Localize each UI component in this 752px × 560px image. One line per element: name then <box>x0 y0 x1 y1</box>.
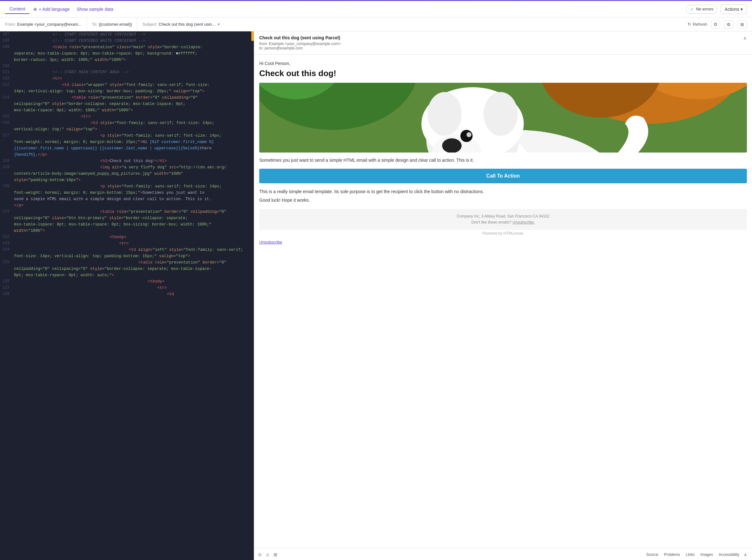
to-field[interactable]: To: {{customer.email}} <box>87 17 137 31</box>
code-line: 122 <tbody> <box>0 234 254 240</box>
line-content: <img alt="a very fluffy dog" src="http:/… <box>15 164 251 171</box>
cta-button[interactable]: Call To Action <box>259 169 747 183</box>
chevron-down-icon: ▾ <box>740 7 743 12</box>
add-language-button[interactable]: ⊕ + Add language <box>30 5 73 14</box>
tab-problems[interactable]: Problems <box>661 551 683 558</box>
line-content: content/article-body-image/samoyed_puppy… <box>14 171 251 177</box>
location-icon[interactable]: ⊙ <box>258 552 262 557</box>
dog-image-container <box>259 83 747 153</box>
preview-subject: Check out this dog (sent using Parcel) <box>259 35 743 40</box>
line-content: <tbody> <box>15 278 251 285</box>
line-content: <!-- START CENTERED WHITE CONTAINER --> <box>15 32 251 38</box>
code-line: 108 <!-- START CENTERED WHITE CONTAINER … <box>0 38 254 44</box>
actions-button[interactable]: Actions ▾ <box>720 4 747 14</box>
line-number <box>2 189 14 196</box>
top-navigation: Content ⊕ + Add language Show sample dat… <box>0 1 752 17</box>
line-content: font-weight: normal; margin: 0; margin-b… <box>14 189 251 196</box>
line-number: 113 <box>2 82 15 88</box>
code-line: </p> <box>0 202 254 209</box>
line-number <box>2 196 14 202</box>
nav-right-actions: ✓ No errors Actions ▾ <box>686 4 747 14</box>
code-line: 115 <tr> <box>0 114 254 120</box>
line-number: 122 <box>2 234 15 240</box>
code-lines: 107 <!-- START CENTERED WHITE CONTAINER … <box>0 32 254 297</box>
tab-accessibility[interactable]: Accessibility <box>716 551 742 558</box>
line-number: 114 <box>2 95 15 101</box>
line-content: <td <box>15 291 251 297</box>
code-line: {%endif%},</p> <box>0 152 254 158</box>
code-line: 127 <tr> <box>0 285 254 291</box>
subject-field[interactable]: Subject: Check out this dog (sent usin..… <box>137 17 225 31</box>
svg-point-11 <box>427 92 462 136</box>
line-number <box>2 228 14 234</box>
tab-source[interactable]: Source <box>644 551 661 558</box>
powered-by: Powered by HTMLemail. <box>259 231 747 236</box>
line-number <box>2 88 14 95</box>
plus-circle-icon: ⊕ <box>33 7 37 12</box>
line-content: <tr> <box>15 76 251 82</box>
preview-header-info: Check out this dog (sent using Parcel) f… <box>259 35 743 51</box>
email-greeting: Hi Cool Person, <box>259 61 747 66</box>
code-line: 116 <td style="font-family: sans-serif; … <box>0 120 254 126</box>
code-line: 128 <td <box>0 291 254 297</box>
preview-footer: ⊙ ⚠ ⊞ Source Problems Links Images Acces… <box>254 548 752 560</box>
line-content: <table role="presentation" border="0" ce… <box>15 95 251 101</box>
code-line: font-size: 14px; vertical-align: top; pa… <box>0 253 254 259</box>
line-number: 124 <box>2 247 15 253</box>
line-content: {%endif%},</p> <box>14 152 251 158</box>
unsubscribe-inline-link[interactable]: Unsubscribe. <box>513 220 535 224</box>
line-number: 125 <box>2 259 15 266</box>
refresh-button[interactable]: ↻ Refresh <box>688 22 707 27</box>
tab-images[interactable]: Images <box>698 551 715 558</box>
code-line: cellspacing="0" style="border-collapse: … <box>0 101 254 107</box>
code-line: 119 <img alt="a very fluffy dog" src="ht… <box>0 164 254 171</box>
tab-links[interactable]: Links <box>683 551 697 558</box>
grid-icon[interactable]: ⊞ <box>273 552 277 557</box>
line-content: vertical-align: top;" valign="top"> <box>14 126 251 133</box>
preview-from: from: Example <your_company@example.com> <box>259 42 743 46</box>
tab-content[interactable]: Content <box>5 4 30 14</box>
refresh-icon: ↻ <box>688 22 691 27</box>
code-line: 0pt; mso-table-rspace: 0pt; width: auto;… <box>0 272 254 278</box>
line-content: <tr> <box>15 114 251 120</box>
settings-button[interactable]: ⚙ <box>724 20 734 28</box>
show-sample-data-button[interactable]: Show sample data <box>74 5 116 14</box>
code-line: cellpadding="0" cellspacing="0" style="b… <box>0 266 254 272</box>
line-number <box>2 171 14 177</box>
main-area: 107 <!-- START CENTERED WHITE CONTAINER … <box>0 32 752 560</box>
warning-icon[interactable]: ⚠ <box>266 552 270 557</box>
copy-button[interactable]: ⧉ <box>711 20 720 28</box>
line-content: <tr> <box>15 285 251 291</box>
line-number: 115 <box>2 114 15 120</box>
line-number <box>2 221 14 228</box>
code-line: 125 <table role="presentation" border="0… <box>0 259 254 266</box>
line-number <box>2 107 14 114</box>
line-number <box>2 202 14 209</box>
line-content: width="100%"> <box>14 228 251 234</box>
code-editor[interactable]: 107 <!-- START CENTERED WHITE CONTAINER … <box>0 32 254 560</box>
code-line: font-weight: normal; margin: 0; margin-b… <box>0 139 254 145</box>
line-content: send a simple HTML email with a simple d… <box>14 196 251 202</box>
line-content: cellpadding="0" cellspacing="0" style="b… <box>14 266 251 272</box>
from-field[interactable]: From: Example <your_company@exam... <box>5 17 87 31</box>
calendar-button[interactable]: ⊞ <box>737 20 747 28</box>
line-number: 107 <box>2 32 15 38</box>
code-line: vertical-align: top;" valign="top"> <box>0 126 254 133</box>
scroll-indicator <box>251 32 254 41</box>
chevron-up-icon[interactable]: ∧ <box>743 551 748 558</box>
line-number <box>2 215 14 221</box>
subject-dropdown-icon[interactable]: ▾ <box>218 22 220 27</box>
line-number: 110 <box>2 63 15 69</box>
line-content: <td style="font-family: sans-serif; font… <box>15 120 251 126</box>
code-line: border-radius: 3px; width: 100%;" width=… <box>0 57 254 63</box>
code-line: 110 <box>0 63 254 69</box>
email-address-block: Company Inc, 3 Abbey Road, San Francisco… <box>259 209 747 230</box>
line-content: <!-- START CENTERED WHITE CONTAINER --> <box>15 38 251 44</box>
line-number: 120 <box>2 183 15 189</box>
no-errors-badge: ✓ No errors <box>686 5 717 14</box>
code-line: content/article-body-image/samoyed_puppy… <box>0 171 254 177</box>
unsubscribe-link[interactable]: Unsubscribe <box>259 240 282 244</box>
email-heading: Check out this dog! <box>259 68 747 78</box>
line-number: 118 <box>2 158 15 164</box>
preview-collapse-icon[interactable]: ∧ <box>743 35 747 41</box>
